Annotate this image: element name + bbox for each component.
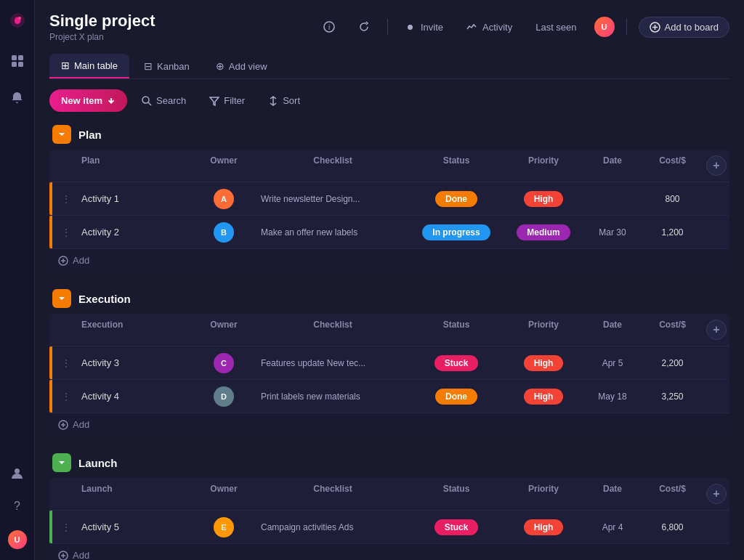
add-row-label: Add (73, 255, 89, 266)
col-drag-header (49, 154, 76, 177)
row-status[interactable]: In progress (409, 224, 504, 240)
row-drag-handle[interactable]: ⋮ (49, 522, 76, 533)
table-row: ⋮ Activity 2 B Make an offer new labels … (49, 216, 729, 249)
row-priority[interactable]: High (504, 519, 583, 535)
kanban-icon: ⊟ (144, 60, 153, 72)
search-button[interactable]: Search (133, 90, 195, 111)
info-button[interactable]: i (318, 18, 341, 36)
tab-kanban-label: Kanban (157, 61, 190, 72)
row-cost: 800 (642, 194, 703, 204)
row-priority[interactable]: High (504, 191, 583, 207)
activity-button[interactable]: Activity (461, 19, 518, 36)
add-row-execution[interactable]: Add (49, 413, 729, 436)
sidebar-person-icon[interactable] (6, 461, 29, 484)
sidebar-help-icon[interactable]: ? (6, 495, 29, 518)
row-drag-handle[interactable]: ⋮ (49, 391, 76, 402)
row-drag-handle[interactable]: ⋮ (49, 227, 76, 238)
table-row: ⋮ Activity 3 C Features update New tec..… (49, 346, 729, 380)
add-row-launch[interactable]: Add (49, 544, 729, 560)
row-priority[interactable]: Medium (504, 224, 583, 240)
add-column-button[interactable]: + (706, 320, 727, 340)
group-chevron-execution[interactable] (52, 289, 71, 308)
row-checklist: Write newsletter Design... (256, 194, 409, 204)
row-owner[interactable]: B (191, 222, 256, 243)
last-seen-avatar[interactable]: U (594, 17, 615, 37)
row-color-bar (49, 380, 52, 413)
row-activity-name[interactable]: Activity 4 (76, 391, 191, 402)
add-column-button[interactable]: + (706, 484, 727, 504)
table-row: ⋮ Activity 5 E Campaign activities Ads S… (49, 511, 729, 544)
svg-point-12 (142, 97, 149, 103)
owner-avatar: B (214, 222, 234, 243)
owner-avatar: A (214, 189, 234, 209)
row-activity-name[interactable]: Activity 1 (76, 193, 191, 204)
row-activity-name[interactable]: Activity 2 (76, 227, 191, 238)
add-row-plan[interactable]: Add (49, 249, 729, 272)
page-header: Single project Project X plan i Invit (49, 12, 729, 42)
row-owner[interactable]: E (191, 517, 256, 537)
status-badge: Stuck (434, 519, 479, 535)
col-name-execution: Execution (76, 318, 191, 341)
add-row-label: Add (73, 550, 89, 560)
row-status[interactable]: Stuck (409, 519, 504, 535)
refresh-button[interactable] (352, 18, 376, 36)
app-logo-icon[interactable] (6, 9, 29, 32)
row-priority[interactable]: High (504, 355, 583, 371)
row-drag-handle[interactable]: ⋮ (49, 357, 76, 369)
add-to-board-button[interactable]: Add to board (639, 17, 729, 38)
filter-label: Filter (224, 95, 245, 106)
col-header-cost-$: Cost/$ (642, 318, 703, 341)
row-status[interactable]: Done (409, 191, 504, 207)
invite-button[interactable]: Invite (400, 19, 449, 36)
row-cost: 2,200 (642, 358, 703, 368)
col-headers-execution: ExecutionOwnerChecklistStatusPriorityDat… (49, 314, 729, 346)
row-activity-name[interactable]: Activity 5 (76, 522, 191, 532)
sidebar-avatar-icon[interactable]: U (6, 528, 29, 551)
sidebar-bell-icon[interactable] (6, 86, 29, 109)
project-subtitle: Project X plan (49, 32, 155, 42)
row-activity-name[interactable]: Activity 3 (76, 357, 191, 368)
group-header-plan: Plan (49, 119, 729, 150)
row-status[interactable]: Stuck (409, 355, 504, 371)
view-tabs: ⊞ Main table ⊟ Kanban ⊕ Add view (49, 54, 729, 79)
owner-avatar: E (214, 517, 234, 537)
group-title-plan: Plan (78, 129, 102, 141)
svg-line-13 (148, 102, 151, 105)
row-owner[interactable]: A (191, 189, 256, 209)
sort-button[interactable]: Sort (259, 90, 309, 111)
col-header-checklist: Checklist (256, 154, 409, 177)
col-header-owner: Owner (191, 318, 256, 341)
group-plan: Plan PlanOwnerChecklistStatusPriorityDat… (49, 119, 729, 272)
sidebar-grid-icon[interactable] (6, 49, 29, 73)
col-headers-launch: LaunchOwnerChecklistStatusPriorityDateCo… (49, 478, 729, 511)
svg-rect-2 (12, 55, 17, 60)
filter-button[interactable]: Filter (201, 90, 254, 111)
row-status[interactable]: Done (409, 389, 504, 405)
row-priority[interactable]: High (504, 389, 583, 405)
group-execution: Execution ExecutionOwnerChecklistStatusP… (49, 283, 729, 436)
tab-main-table[interactable]: ⊞ Main table (49, 54, 129, 78)
col-header-status: Status (409, 318, 504, 341)
new-item-button[interactable]: New item (49, 89, 127, 112)
row-drag-handle[interactable]: ⋮ (49, 193, 76, 205)
tab-kanban[interactable]: ⊟ Kanban (132, 54, 201, 78)
tab-add-view[interactable]: ⊕ Add view (204, 54, 279, 78)
table-row: ⋮ Activity 4 D Print labels new material… (49, 380, 729, 413)
row-color-bar (49, 511, 52, 543)
last-seen-label: Last seen (530, 19, 582, 36)
row-owner[interactable]: D (191, 386, 256, 407)
group-chevron-plan[interactable] (52, 125, 71, 144)
add-col-header: + (703, 482, 729, 506)
row-color-bar (49, 182, 52, 215)
group-chevron-launch[interactable] (52, 453, 71, 472)
row-date: Mar 30 (583, 227, 642, 238)
header-actions: i Invite Activity (318, 17, 729, 38)
svg-text:i: i (328, 23, 330, 31)
row-color-bar (49, 216, 52, 248)
row-owner[interactable]: C (191, 353, 256, 373)
row-cost: 6,800 (642, 522, 703, 532)
row-date: May 18 (583, 391, 642, 402)
col-header-checklist: Checklist (256, 482, 409, 506)
svg-point-6 (15, 468, 20, 474)
add-column-button[interactable]: + (706, 155, 727, 176)
